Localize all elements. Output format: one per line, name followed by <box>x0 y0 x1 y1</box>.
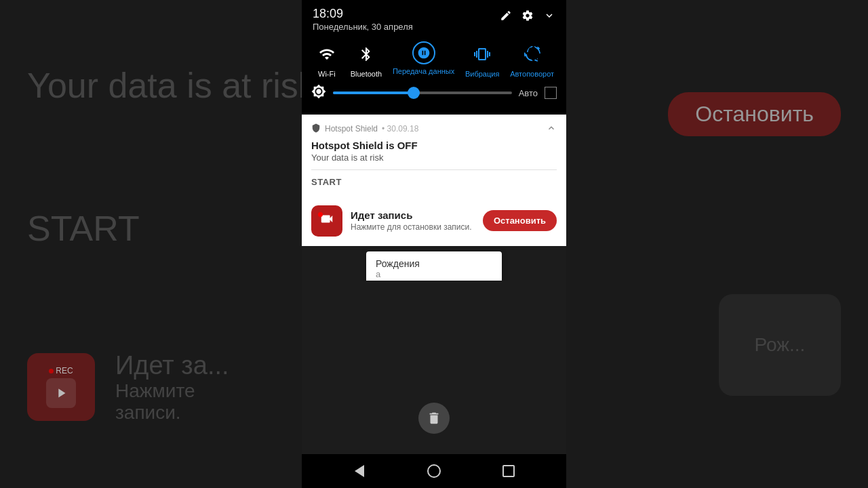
hotspot-notification[interactable]: Hotspot Shield • 30.09.18 Hotspot Shield… <box>302 115 566 196</box>
rec-dot <box>318 212 323 217</box>
shield-icon <box>311 123 321 135</box>
bluetooth-label: Bluetooth <box>351 70 382 79</box>
home-button[interactable] <box>420 458 448 485</box>
bg-rec-icon: REC <box>27 353 95 421</box>
recording-notification[interactable]: Идет запись Нажмите для остановки записи… <box>302 196 566 246</box>
status-date: Понедельник, 30 апреля <box>313 22 413 32</box>
date-popup-text: Рождения <box>376 258 492 269</box>
date-popup-sub: а <box>376 269 492 279</box>
bg-roj-box: Рож... <box>719 294 841 396</box>
rec-icon-inner <box>317 211 336 230</box>
bg-rec-badge: REC <box>49 366 73 375</box>
back-icon <box>355 465 364 477</box>
rec-title: Идет запись <box>351 209 475 221</box>
data-icon <box>412 41 435 64</box>
quick-settings: Wi-Fi Bluetooth Передача данных <box>302 36 566 115</box>
brightness-slider[interactable] <box>333 92 512 94</box>
rec-icon-box <box>311 205 342 237</box>
status-bar: 18:09 Понедельник, 30 апреля <box>302 0 566 36</box>
data-label: Передача данных <box>393 67 454 76</box>
stop-recording-button[interactable]: Остановить <box>483 210 557 231</box>
dropdown-icon[interactable] <box>543 9 555 25</box>
hotspot-title: Hotspot Shield is OFF <box>311 140 557 151</box>
brightness-thumb <box>408 87 420 99</box>
recents-icon <box>502 465 515 477</box>
time-date: 18:09 Понедельник, 30 апреля <box>313 7 413 32</box>
notif-header: Hotspot Shield • 30.09.18 <box>311 123 557 136</box>
qs-wifi[interactable]: Wi-Fi <box>314 41 340 79</box>
vibration-label: Вибрация <box>465 70 499 79</box>
qs-icons-row: Wi-Fi Bluetooth Передача данных <box>302 41 566 79</box>
auto-label: Авто <box>519 88 538 98</box>
autorotate-label: Автоповорот <box>510 70 554 79</box>
nav-bar <box>302 454 566 488</box>
hotspot-start-action[interactable]: START <box>311 177 342 187</box>
qs-autorotate[interactable]: Автоповорот <box>510 41 554 79</box>
back-button[interactable] <box>346 458 373 485</box>
edit-icon[interactable] <box>500 9 512 25</box>
date-suggestion-container: Рождения а <box>302 249 566 281</box>
recents-button[interactable] <box>495 458 522 485</box>
status-icons <box>500 9 555 25</box>
autorotate-icon <box>519 41 545 67</box>
brightness-row: Авто <box>302 79 566 108</box>
notif-chevron-icon[interactable] <box>546 123 557 136</box>
brightness-fill <box>333 92 414 94</box>
status-time: 18:09 <box>313 7 413 22</box>
notifications-area: Hotspot Shield • 30.09.18 Hotspot Shield… <box>302 115 566 281</box>
bg-rec-texts: Идет за... Нажмите записи. <box>115 351 229 424</box>
bg-rec-play <box>46 378 76 408</box>
hotspot-body: Your data is at risk <box>311 152 557 163</box>
settings-icon[interactable] <box>521 9 534 25</box>
qs-vibration[interactable]: Вибрация <box>465 41 499 79</box>
date-popup[interactable]: Рождения а <box>366 251 502 281</box>
hotspot-app-name: Hotspot Shield <box>325 124 378 134</box>
hotspot-time: • 30.09.18 <box>382 124 418 134</box>
bluetooth-icon <box>353 41 379 67</box>
wifi-icon <box>314 41 340 67</box>
phone-overlay: 18:09 Понедельник, 30 апреля Wi-Fi <box>302 0 566 488</box>
qs-data[interactable]: Передача данных <box>393 41 454 79</box>
vibration-icon <box>469 41 495 67</box>
rec-text: Идет запись Нажмите для остановки записи… <box>351 209 475 232</box>
brightness-icon <box>311 84 326 102</box>
home-icon <box>427 464 441 478</box>
trash-button[interactable] <box>418 403 450 434</box>
rec-body: Нажмите для остановки записи. <box>351 222 475 232</box>
qs-bluetooth[interactable]: Bluetooth <box>351 41 382 79</box>
auto-checkbox[interactable] <box>545 87 557 99</box>
bg-rec-dot <box>49 369 54 373</box>
bottom-area <box>302 281 566 454</box>
bg-stop-button: Остановить <box>668 92 841 136</box>
wifi-label: Wi-Fi <box>318 70 336 79</box>
